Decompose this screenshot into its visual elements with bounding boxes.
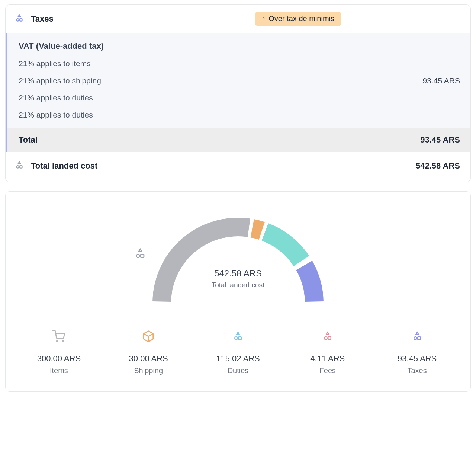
legend-value: 300.00 ARS xyxy=(16,354,102,364)
vat-line: 21% applies to duties xyxy=(19,93,460,102)
legend-value: 115.02 ARS xyxy=(195,354,281,364)
svg-rect-3 xyxy=(20,166,22,168)
shapes-icon xyxy=(15,160,24,172)
total-amount: 93.45 ARS xyxy=(420,135,460,145)
vat-line-amount: 93.45 ARS xyxy=(423,76,460,85)
landed-cost-chart-card: 542.58 ARS Total landed cost 300.00 ARS … xyxy=(5,191,471,392)
svg-point-9 xyxy=(235,337,238,340)
shapes-icon xyxy=(284,329,370,343)
svg-point-6 xyxy=(57,340,58,342)
legend-item-duties: 115.02 ARS Duties xyxy=(195,329,281,375)
legend-value: 30.00 ARS xyxy=(106,354,192,364)
vat-title: VAT (Value-added tax) xyxy=(19,41,460,51)
cart-icon xyxy=(16,329,102,343)
tlc-label: Total landed cost xyxy=(31,161,97,171)
legend-item-taxes: 93.45 ARS Taxes xyxy=(374,329,460,375)
legend-name: Items xyxy=(16,367,102,375)
svg-rect-14 xyxy=(418,337,421,340)
taxes-label: Taxes xyxy=(31,14,54,24)
vat-line-text: 21% applies to shipping xyxy=(19,76,101,85)
vat-line-text: 21% applies to duties xyxy=(19,93,93,102)
legend-name: Shipping xyxy=(106,367,192,375)
svg-point-7 xyxy=(62,340,64,342)
gauge-center: 542.58 ARS Total landed cost xyxy=(134,247,342,289)
shapes-icon xyxy=(374,329,460,343)
legend-item-fees: 4.11 ARS Fees xyxy=(284,329,370,375)
svg-point-11 xyxy=(324,337,327,340)
vat-line-text: 21% applies to duties xyxy=(19,111,93,119)
vat-line: 21% applies to duties xyxy=(19,111,460,119)
vat-line: 21% applies to shipping 93.45 ARS xyxy=(19,76,460,85)
svg-point-4 xyxy=(136,254,140,257)
svg-rect-5 xyxy=(141,254,144,257)
box-icon xyxy=(106,329,192,343)
svg-point-0 xyxy=(16,19,19,21)
badge-text: Over tax de minimis xyxy=(268,15,334,23)
taxes-header: Taxes ↑ Over tax de minimis xyxy=(6,5,470,33)
total-label: Total xyxy=(19,135,38,145)
svg-point-2 xyxy=(16,166,19,168)
svg-rect-12 xyxy=(328,337,331,340)
gauge-segment-shipping xyxy=(251,219,265,240)
legend-item-items: 300.00 ARS Items xyxy=(16,329,102,375)
total-landed-cost-row: Total landed cost 542.58 ARS xyxy=(6,152,470,182)
gauge-chart: 542.58 ARS Total landed cost xyxy=(134,207,342,311)
legend-name: Duties xyxy=(195,367,281,375)
svg-rect-1 xyxy=(20,19,22,21)
legend-item-shipping: 30.00 ARS Shipping xyxy=(106,329,192,375)
chart-legend: 300.00 ARS Items 30.00 ARS Shipping xyxy=(16,329,460,375)
gauge-center-value: 542.58 ARS xyxy=(134,268,342,279)
vat-line-text: 21% applies to items xyxy=(19,59,91,68)
svg-point-13 xyxy=(414,337,417,340)
shapes-icon xyxy=(134,247,342,260)
tlc-amount: 542.58 ARS xyxy=(416,161,460,171)
taxes-total-row: Total 93.45 ARS xyxy=(6,128,470,152)
shapes-icon xyxy=(15,13,24,25)
legend-name: Taxes xyxy=(374,367,460,375)
vat-line: 21% applies to items xyxy=(19,59,460,68)
legend-name: Fees xyxy=(284,367,370,375)
tax-de-minimis-badge: ↑ Over tax de minimis xyxy=(255,12,341,26)
legend-value: 93.45 ARS xyxy=(374,354,460,364)
shapes-icon xyxy=(195,329,281,343)
gauge-center-label: Total landed cost xyxy=(134,281,342,289)
taxes-card: Taxes ↑ Over tax de minimis VAT (Value-a… xyxy=(5,4,471,182)
legend-value: 4.11 ARS xyxy=(284,354,370,364)
arrow-up-icon: ↑ xyxy=(262,15,266,23)
svg-rect-10 xyxy=(238,337,241,340)
vat-block: VAT (Value-added tax) 21% applies to ite… xyxy=(6,33,470,128)
